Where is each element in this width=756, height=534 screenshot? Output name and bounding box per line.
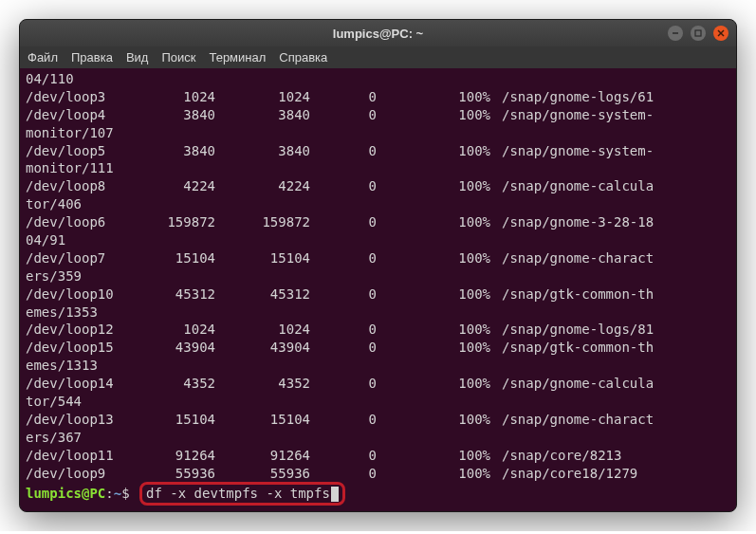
df-cell: 159872 [215,213,310,231]
minimize-button[interactable] [668,26,683,41]
df-cell: 15104 [120,249,215,267]
df-cell: 159872 [120,213,215,231]
df-row: /dev/loop5384038400100%/snap/gnome-syste… [26,142,730,160]
prompt-path: ~ [114,485,121,503]
df-cell: 0 [310,142,377,160]
df-cell: /snap/gnome-charact [490,411,654,429]
df-row: /dev/loop955936559360100%/snap/core18/12… [26,465,730,483]
df-cell: 0 [310,88,377,106]
df-cell: 3840 [215,142,310,160]
df-cell: 45312 [120,285,215,304]
df-cell: /dev/loop5 [26,142,120,160]
df-cell: 100% [377,249,490,267]
df-cell: 1024 [120,321,215,339]
df-cell: 0 [310,249,377,267]
menu-search[interactable]: Поиск [161,50,195,64]
prompt-dollar: $ [121,485,138,503]
output-line-wrap: monitor/111 [26,159,730,177]
svg-rect-1 [695,30,701,36]
df-cell: /snap/gnome-logs/81 [490,321,654,339]
df-cell: 43904 [215,339,310,357]
df-cell: /dev/loop15 [26,339,120,357]
df-cell: /snap/gnome-charact [490,249,654,267]
window-title: lumpics@PC: ~ [333,27,423,41]
output-line-wrap: emes/1353 [26,304,730,322]
menu-help[interactable]: Справка [279,50,327,64]
df-cell: 100% [377,375,490,393]
df-cell: 15104 [120,411,215,429]
df-cell: 4224 [120,177,215,195]
df-cell: /snap/gnome-calcula [490,375,654,393]
df-cell: /dev/loop7 [26,249,120,267]
df-row: /dev/loop3102410240100%/snap/gnome-logs/… [26,88,730,106]
df-cell: 4352 [120,375,215,393]
window-controls [668,26,728,41]
df-cell: /dev/loop10 [26,285,120,304]
df-cell: 1024 [215,321,310,339]
df-cell: 100% [377,465,490,483]
df-cell: /dev/loop14 [26,375,120,393]
close-button[interactable] [713,26,728,41]
output-line-wrap: ers/367 [26,429,730,447]
df-cell: 3840 [215,106,310,124]
maximize-icon [694,29,702,37]
df-cell: /snap/gnome-calcula [490,177,654,195]
prompt-line[interactable]: lumpics@PC:~$ df -x devtmpfs -x tmpfs [26,482,730,506]
df-cell: 100% [377,142,490,160]
df-cell: 0 [310,339,377,357]
df-row: /dev/loop8422442240100%/snap/gnome-calcu… [26,177,730,195]
close-icon [717,29,725,37]
output-line: 04/110 [26,70,730,88]
df-cell: 4224 [215,177,310,195]
menu-terminal[interactable]: Терминал [209,50,266,64]
df-row: /dev/loop1045312453120100%/snap/gtk-comm… [26,285,730,304]
menu-file[interactable]: Файл [28,50,58,64]
cursor-icon [331,487,339,502]
menu-edit[interactable]: Правка [71,50,113,64]
command-input[interactable]: df -x devtmpfs -x tmpfs [146,485,330,503]
menubar: Файл Правка Вид Поиск Терминал Справка [20,46,736,68]
minimize-icon [672,29,679,37]
df-cell: 0 [310,321,377,339]
df-cell: /snap/gnome-3-28-18 [490,213,654,231]
df-cell: /snap/core/8213 [490,447,621,465]
df-row: /dev/loop4384038400100%/snap/gnome-syste… [26,106,730,124]
df-cell: 100% [377,213,490,231]
df-cell: /dev/loop6 [26,213,120,231]
df-cell: 0 [310,375,377,393]
df-cell: 15104 [215,249,310,267]
df-cell: 100% [377,411,490,429]
prompt-colon: : [105,485,113,503]
df-cell: 45312 [215,285,310,304]
menu-view[interactable]: Вид [126,50,149,64]
df-cell: 91264 [215,447,310,465]
df-cell: 100% [377,321,490,339]
df-row: /dev/loop1315104151040100%/snap/gnome-ch… [26,411,730,429]
df-cell: 91264 [120,447,215,465]
df-cell: /snap/gnome-system- [490,142,654,160]
df-row: /dev/loop14435243520100%/snap/gnome-calc… [26,375,730,393]
df-cell: 55936 [120,465,215,483]
df-cell: /snap/gtk-common-th [490,339,654,357]
df-cell: 1024 [215,88,310,106]
output-line-wrap: ers/359 [26,267,730,285]
df-cell: /dev/loop9 [26,465,120,483]
prompt-user-host: lumpics@PC [26,485,105,503]
output-line-wrap: emes/1313 [26,357,730,375]
titlebar[interactable]: lumpics@PC: ~ [20,20,736,46]
df-row: /dev/loop1543904439040100%/snap/gtk-comm… [26,339,730,357]
df-cell: /snap/gnome-logs/61 [490,88,654,106]
df-cell: 15104 [215,411,310,429]
terminal-window: lumpics@PC: ~ Файл Правка Вид Поиск Терм… [19,19,737,512]
df-row: /dev/loop12102410240100%/snap/gnome-logs… [26,321,730,339]
df-cell: /dev/loop8 [26,177,120,195]
df-cell: /snap/gtk-common-th [490,285,654,304]
df-cell: 0 [310,447,377,465]
df-cell: 0 [310,213,377,231]
terminal-output[interactable]: 04/110/dev/loop3102410240100%/snap/gnome… [20,68,736,511]
output-line-wrap: 04/91 [26,231,730,249]
maximize-button[interactable] [691,26,706,41]
df-row: /dev/loop715104151040100%/snap/gnome-cha… [26,249,730,267]
df-cell: 0 [310,411,377,429]
df-cell: 0 [310,106,377,124]
